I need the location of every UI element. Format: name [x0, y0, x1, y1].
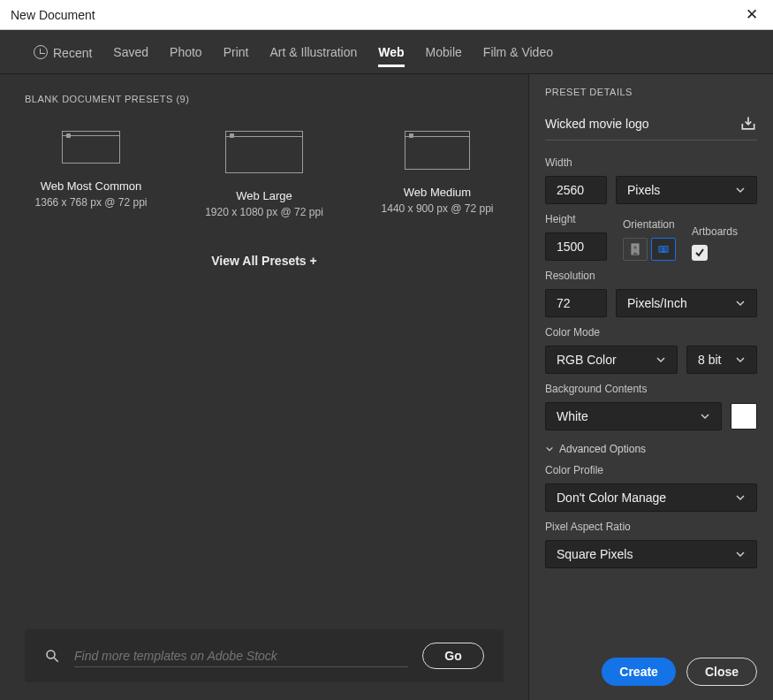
- landscape-icon: [658, 243, 669, 255]
- preset-details-panel: PRESET DETAILS Wicked movie logo Width 2…: [528, 74, 773, 700]
- tab-print[interactable]: Print: [224, 33, 249, 72]
- svg-point-3: [634, 247, 637, 249]
- width-unit-select[interactable]: Pixels: [616, 176, 757, 204]
- resolution-unit-value: Pixels/Inch: [627, 296, 687, 310]
- preset-dimensions: 1366 x 768 px @ 72 ppi: [25, 196, 157, 209]
- color-depth-select[interactable]: 8 bit: [686, 346, 757, 374]
- preset-name: Web Medium: [371, 186, 504, 199]
- new-document-window: New Document ✕ Recent Saved Photo Print …: [0, 0, 773, 700]
- resolution-unit-select[interactable]: Pixels/Inch: [616, 289, 757, 317]
- chevron-down-icon: [735, 549, 746, 559]
- check-icon: [694, 247, 705, 258]
- color-mode-select[interactable]: RGB Color: [545, 346, 678, 374]
- preset-tile-icon: [225, 131, 303, 173]
- chevron-down-icon: [735, 298, 746, 308]
- presets-upper: BLANK DOCUMENT PRESETS (9) Web Most Comm…: [25, 94, 504, 268]
- tab-label: Print: [224, 45, 249, 59]
- template-search-bar: Go: [25, 629, 504, 682]
- width-label: Width: [545, 156, 757, 169]
- tab-label: Mobile: [426, 45, 462, 59]
- chevron-down-icon: [656, 354, 666, 365]
- artboards-checkbox[interactable]: [692, 245, 708, 261]
- preset-web-most-common[interactable]: Web Most Common 1366 x 768 px @ 72 ppi: [25, 131, 157, 218]
- width-unit-value: Pixels: [627, 183, 660, 197]
- color-mode-label: Color Mode: [545, 326, 757, 339]
- tab-saved[interactable]: Saved: [113, 33, 148, 72]
- preset-dimensions: 1440 x 900 px @ 72 ppi: [371, 202, 504, 215]
- tab-label: Saved: [113, 45, 148, 59]
- artboards-label: Artboards: [692, 225, 738, 238]
- titlebar: New Document ✕: [0, 0, 773, 30]
- tab-mobile[interactable]: Mobile: [426, 33, 462, 72]
- pixel-aspect-select[interactable]: Square Pixels: [545, 540, 757, 568]
- width-block: Width 2560 Pixels: [545, 156, 757, 204]
- view-all-presets-button[interactable]: View All Presets +: [25, 254, 504, 268]
- svg-point-5: [663, 247, 665, 250]
- color-mode-block: Color Mode RGB Color 8 bit: [545, 326, 757, 374]
- portrait-icon: [630, 243, 640, 255]
- preset-tile-icon: [405, 131, 470, 170]
- tab-label: Film & Video: [483, 45, 553, 59]
- chevron-down-icon: [545, 445, 554, 453]
- background-label: Background Contents: [545, 383, 757, 395]
- tab-recent[interactable]: Recent: [34, 31, 92, 72]
- background-value: White: [557, 409, 588, 423]
- tab-photo[interactable]: Photo: [170, 33, 202, 72]
- orientation-label: Orientation: [623, 218, 676, 231]
- preset-tile-icon: [62, 131, 120, 164]
- presets-row: Web Most Common 1366 x 768 px @ 72 ppi W…: [25, 131, 504, 218]
- svg-line-1: [54, 658, 58, 662]
- width-input[interactable]: 2560: [545, 176, 607, 204]
- advanced-options-label: Advanced Options: [559, 443, 646, 455]
- template-search-input[interactable]: [74, 645, 408, 667]
- presets-header: BLANK DOCUMENT PRESETS (9): [25, 94, 504, 104]
- color-mode-value: RGB Color: [557, 353, 617, 367]
- clock-icon: [34, 45, 48, 59]
- close-button[interactable]: Close: [686, 658, 757, 686]
- tab-label: Art & Illustration: [269, 45, 357, 59]
- resolution-block: Resolution 72 Pixels/Inch: [545, 270, 757, 317]
- pixel-aspect-block: Pixel Aspect Ratio Square Pixels: [545, 521, 757, 568]
- go-button[interactable]: Go: [422, 643, 484, 669]
- height-orient-row: Height 1500 Orientation: [545, 213, 757, 261]
- category-tabs: Recent Saved Photo Print Art & Illustrat…: [0, 30, 773, 74]
- tab-film-video[interactable]: Film & Video: [483, 33, 553, 72]
- preset-dimensions: 1920 x 1080 px @ 72 ppi: [198, 206, 330, 218]
- color-profile-block: Color Profile Don't Color Manage: [545, 464, 757, 512]
- orientation-portrait-button[interactable]: [623, 238, 648, 261]
- orientation-landscape-button[interactable]: [651, 238, 676, 261]
- background-block: Background Contents White: [545, 383, 757, 430]
- tab-web[interactable]: Web: [378, 33, 404, 72]
- chevron-down-icon: [735, 492, 746, 503]
- save-preset-icon[interactable]: [739, 115, 757, 133]
- color-profile-select[interactable]: Don't Color Manage: [545, 483, 757, 512]
- create-button[interactable]: Create: [602, 658, 676, 686]
- background-color-swatch[interactable]: [731, 403, 757, 430]
- window-title: New Document: [11, 8, 95, 22]
- preset-name: Web Large: [198, 189, 330, 202]
- search-icon: [44, 648, 60, 664]
- height-label: Height: [545, 213, 607, 225]
- resolution-input[interactable]: 72: [545, 289, 607, 317]
- document-name-input[interactable]: Wicked movie logo: [545, 117, 739, 131]
- pixel-aspect-label: Pixel Aspect Ratio: [545, 521, 757, 533]
- svg-point-0: [47, 651, 55, 658]
- preset-web-medium[interactable]: Web Medium 1440 x 900 px @ 72 ppi: [371, 131, 504, 218]
- pixel-aspect-value: Square Pixels: [557, 547, 633, 561]
- color-profile-label: Color Profile: [545, 464, 757, 476]
- preset-details-title: PRESET DETAILS: [545, 87, 757, 97]
- advanced-options-toggle[interactable]: Advanced Options: [545, 443, 757, 455]
- close-icon[interactable]: ✕: [741, 4, 762, 26]
- tab-label: Web: [378, 45, 404, 59]
- footer-buttons: Create Close: [545, 645, 757, 686]
- tab-art-illustration[interactable]: Art & Illustration: [269, 33, 357, 72]
- app-body: Recent Saved Photo Print Art & Illustrat…: [0, 30, 773, 700]
- preset-web-large[interactable]: Web Large 1920 x 1080 px @ 72 ppi: [198, 131, 330, 218]
- chevron-down-icon: [735, 354, 746, 365]
- chevron-down-icon: [700, 411, 710, 422]
- height-input[interactable]: 1500: [545, 232, 607, 261]
- background-select[interactable]: White: [545, 402, 722, 430]
- resolution-label: Resolution: [545, 270, 757, 282]
- document-name-row: Wicked movie logo: [545, 111, 757, 141]
- color-depth-value: 8 bit: [698, 353, 721, 367]
